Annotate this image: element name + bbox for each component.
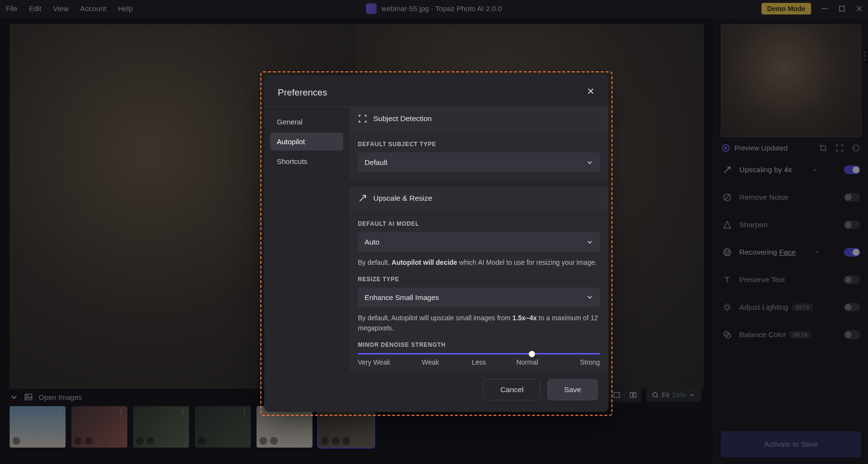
save-button[interactable]: Save — [547, 379, 598, 400]
tick-weak: Weak — [406, 358, 454, 366]
upscale-resize-section: Upscale & Resize DEFAULT AI MODEL Auto B… — [349, 187, 609, 371]
resize-type-label: RESIZE TYPE — [358, 276, 600, 283]
upscale-icon — [358, 193, 367, 203]
prefs-nav-general[interactable]: General — [270, 113, 343, 131]
subject-detection-section: Subject Detection DEFAULT SUBJECT TYPE D… — [349, 107, 609, 181]
tick-very-weak: Very Weak — [358, 358, 406, 366]
default-ai-model-select[interactable]: Auto — [358, 232, 600, 252]
minor-denoise-slider[interactable]: Very Weak Weak Less Normal Strong — [358, 353, 600, 366]
upscale-resize-heading: Upscale & Resize — [373, 194, 432, 203]
preferences-nav: General Autopilot Shortcuts — [264, 107, 349, 371]
default-ai-model-label: DEFAULT AI MODEL — [358, 220, 600, 227]
tick-normal: Normal — [503, 358, 551, 366]
chevron-down-icon — [586, 239, 593, 246]
preferences-content[interactable]: Subject Detection DEFAULT SUBJECT TYPE D… — [349, 107, 609, 371]
dialog-title: Preferences — [278, 87, 327, 98]
prefs-nav-shortcuts[interactable]: Shortcuts — [270, 152, 343, 170]
preferences-dialog: Preferences General Autopilot Shortcuts … — [264, 75, 609, 412]
minor-denoise-label: MINOR DENOISE STRENGTH — [358, 341, 600, 348]
default-subject-type-value: Default — [365, 158, 388, 166]
subject-detection-icon — [358, 114, 367, 123]
resize-type-help-text: By default, Autopilot will upscale small… — [358, 313, 600, 334]
default-ai-model-value: Auto — [365, 238, 380, 246]
cancel-button[interactable]: Cancel — [483, 379, 540, 400]
resize-type-select[interactable]: Enhance Small Images — [358, 287, 600, 307]
tick-less: Less — [455, 358, 503, 366]
subject-detection-heading: Subject Detection — [373, 114, 432, 123]
chevron-down-icon — [586, 159, 593, 166]
dialog-close-button[interactable] — [586, 87, 595, 98]
prefs-nav-autopilot[interactable]: Autopilot — [270, 133, 343, 150]
default-subject-type-select[interactable]: Default — [358, 152, 600, 172]
tick-strong: Strong — [552, 358, 600, 366]
resize-type-value: Enhance Small Images — [365, 293, 439, 301]
default-subject-type-label: DEFAULT SUBJECT TYPE — [358, 141, 600, 148]
chevron-down-icon — [586, 294, 593, 300]
ai-model-help-text: By default, Autopilot will decide which … — [358, 258, 600, 268]
